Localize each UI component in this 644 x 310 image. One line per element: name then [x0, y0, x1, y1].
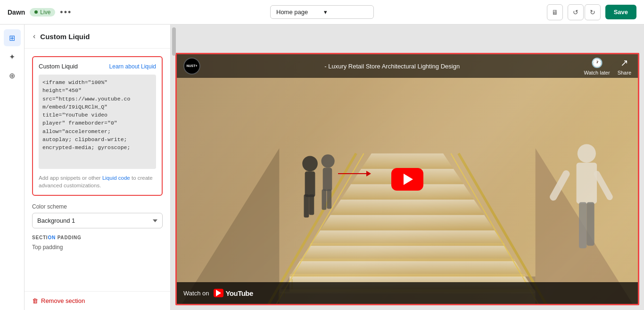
left-panel: ‹ Custom Liquid Custom Liquid Learn abou… — [25, 25, 171, 310]
trash-icon: 🗑 — [32, 297, 38, 304]
watch-later-icon: 🕐 — [591, 57, 603, 68]
topbar-center: Home page ▾ — [219, 5, 425, 19]
custom-liquid-label: Custom Liquid — [39, 63, 78, 70]
top-padding-label: Top padding — [32, 244, 163, 251]
liquid-code-link[interactable]: Liquid code — [102, 175, 130, 181]
panel-bottom: 🗑 Remove section — [25, 291, 170, 310]
svg-point-25 — [321, 154, 334, 168]
svg-rect-22 — [305, 171, 315, 197]
remove-section-label: Remove section — [41, 297, 85, 304]
play-button[interactable] — [391, 168, 423, 191]
topbar-left: Dawn Live ••• — [8, 8, 214, 17]
color-scheme-label: Color scheme — [32, 203, 163, 210]
content-area: NUST+ - Luxury Retail Store Architectura… — [171, 25, 644, 310]
learn-link[interactable]: Learn about Liquid — [109, 63, 156, 70]
sections-icon-btn[interactable]: ⊞ — [4, 29, 21, 46]
youtube-label: YouTube — [225, 289, 253, 297]
main-layout: ⊞ ✦ ⊕ ‹ Custom Liquid Custom Liquid Lear… — [0, 25, 644, 310]
live-badge: Live — [30, 8, 55, 17]
svg-rect-24 — [309, 194, 314, 215]
svg-rect-28 — [327, 189, 331, 209]
svg-rect-31 — [579, 202, 586, 248]
topbar: Dawn Live ••• Home page ▾ 🖥 ↺ ↻ Save — [0, 0, 644, 25]
custom-liquid-section: Custom Liquid Learn about Liquid <iframe… — [32, 56, 163, 196]
watch-on-label: Watch on — [183, 290, 209, 297]
back-button[interactable]: ‹ — [32, 31, 36, 42]
section-padding-highlight: ON — [48, 235, 56, 240]
code-editor[interactable]: <iframe width="100%" height="450" src="h… — [39, 75, 156, 169]
live-label: Live — [40, 9, 50, 16]
channel-name: NUST+ — [186, 64, 197, 68]
undo-icon: ↺ — [573, 8, 578, 16]
youtube-logo[interactable]: YouTube — [214, 289, 253, 297]
svg-point-29 — [578, 144, 596, 163]
svg-rect-38 — [310, 243, 505, 245]
topbar-right: 🖥 ↺ ↻ Save — [430, 4, 636, 20]
color-scheme-section: Color scheme Background 1 Background 2 I… — [32, 203, 163, 228]
remove-section-button[interactable]: 🗑 Remove section — [32, 297, 85, 304]
svg-rect-36 — [289, 274, 525, 277]
arrow-head — [366, 171, 371, 176]
svg-rect-23 — [304, 194, 309, 218]
youtube-play-icon — [216, 290, 221, 296]
share-area[interactable]: ↗ Share — [618, 57, 631, 75]
hint-text: Add app snippets or other Liquid code to… — [39, 174, 156, 189]
undo-button[interactable]: ↺ — [568, 4, 584, 20]
right-scrollbar-thumb — [172, 27, 176, 56]
svg-rect-32 — [586, 202, 594, 245]
watch-later-label: Watch later — [584, 70, 610, 75]
svg-rect-27 — [322, 189, 327, 209]
svg-marker-11 — [361, 153, 454, 169]
svg-rect-30 — [577, 163, 597, 204]
arrow-line — [338, 173, 366, 174]
section-padding-label: SECTION PADDING — [32, 235, 163, 240]
section-padding-text: SECTI — [32, 235, 48, 240]
svg-marker-7 — [320, 215, 494, 231]
svg-marker-8 — [330, 200, 484, 215]
video-bottom-bar: Watch on YouTube — [177, 282, 638, 304]
preview-button[interactable]: 🖥 — [547, 4, 563, 20]
page-selector-value: Home page — [276, 8, 320, 16]
panel-header: ‹ Custom Liquid — [25, 25, 170, 49]
svg-point-21 — [302, 156, 318, 172]
watch-later-area[interactable]: 🕐 Watch later — [584, 57, 610, 75]
add-section-icon-btn[interactable]: ⊕ — [4, 67, 21, 84]
section-box-header: Custom Liquid Learn about Liquid — [39, 63, 156, 70]
video-title: - Luxury Retail Store Architectural Ligh… — [200, 63, 584, 70]
play-button-container[interactable] — [391, 168, 423, 191]
save-button[interactable]: Save — [605, 5, 636, 19]
arrow-indicator — [338, 171, 371, 176]
share-label: Share — [618, 70, 631, 75]
youtube-icon — [214, 289, 223, 297]
video-preview: NUST+ - Luxury Retail Store Architectura… — [175, 53, 639, 305]
redo-icon: ↻ — [590, 8, 595, 16]
hint-prefix: Add app snippets or other — [39, 175, 102, 181]
svg-rect-26 — [323, 168, 332, 191]
site-name: Dawn — [8, 8, 25, 16]
page-selector[interactable]: Home page ▾ — [270, 5, 374, 19]
redo-button[interactable]: ↻ — [585, 4, 601, 20]
live-dot — [34, 10, 38, 14]
video-top-bar: NUST+ - Luxury Retail Store Architectura… — [177, 54, 638, 78]
panel-title: Custom Liquid — [40, 33, 90, 41]
panel-scroll: Custom Liquid Learn about Liquid <iframe… — [25, 49, 170, 291]
video-background: NUST+ - Luxury Retail Store Architectura… — [177, 54, 638, 304]
icon-bar: ⊞ ✦ ⊕ — [0, 25, 25, 310]
customize-icon-btn[interactable]: ✦ — [4, 48, 21, 65]
play-triangle-icon — [404, 174, 413, 185]
svg-rect-37 — [300, 259, 515, 262]
preview-icon: 🖥 — [552, 8, 558, 16]
chevron-down-icon: ▾ — [324, 8, 368, 16]
more-button[interactable]: ••• — [60, 8, 72, 17]
color-scheme-select[interactable]: Background 1 Background 2 Inverse Accent… — [32, 213, 163, 228]
section-padding-rest: PADDING — [56, 235, 82, 240]
share-icon: ↗ — [620, 57, 628, 68]
undo-redo-group: ↺ ↻ — [568, 4, 601, 20]
channel-logo: NUST+ — [183, 58, 200, 75]
